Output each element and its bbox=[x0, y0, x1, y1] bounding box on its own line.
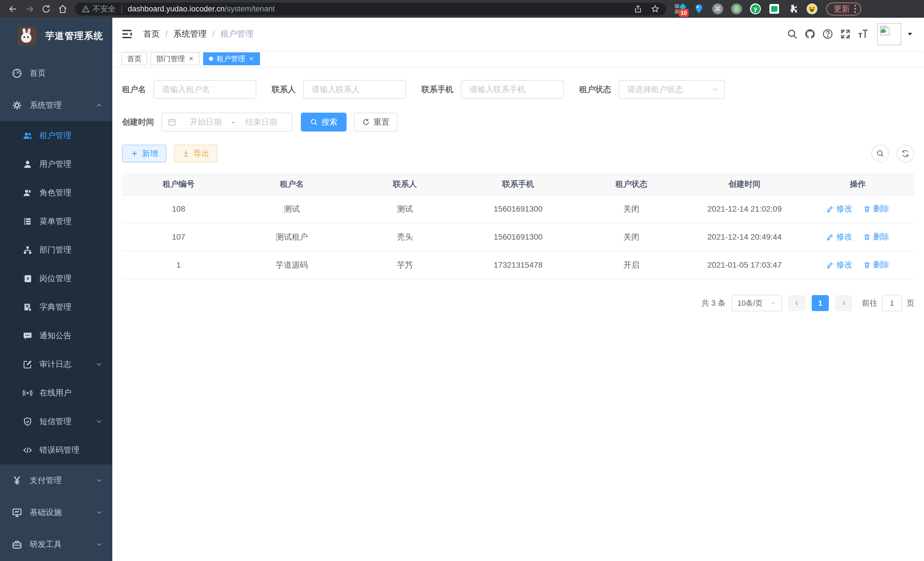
sidebar-item-dict[interactable]: 字典管理 bbox=[0, 293, 112, 321]
sidebar-item-tenant[interactable]: 租户管理 bbox=[0, 121, 112, 150]
extension-record-icon[interactable] bbox=[731, 3, 742, 15]
browser-forward-button[interactable] bbox=[21, 2, 38, 16]
reset-button[interactable]: 重置 bbox=[354, 113, 398, 132]
sidebar-item-menu-mgmt[interactable]: 菜单管理 bbox=[0, 207, 112, 236]
close-icon[interactable] bbox=[188, 56, 194, 62]
prev-page-button[interactable] bbox=[788, 295, 806, 311]
trash-icon bbox=[863, 233, 871, 241]
browser-update-button[interactable]: 更新 bbox=[826, 3, 861, 15]
address-bar[interactable]: 不安全 dashboard.yudao.iocoder.cn/system/te… bbox=[75, 3, 666, 15]
edit-button[interactable]: 修改 bbox=[826, 259, 852, 270]
share-icon[interactable] bbox=[634, 5, 642, 13]
tab-home[interactable]: 首页 bbox=[122, 52, 147, 65]
not-secure-icon[interactable] bbox=[82, 5, 90, 13]
profile-avatar-icon[interactable] bbox=[806, 3, 818, 15]
sidebar-item-dept[interactable]: 部门管理 bbox=[0, 236, 112, 264]
pencil-icon bbox=[826, 233, 834, 241]
breadcrumb-system[interactable]: 系统管理 bbox=[173, 28, 207, 40]
font-size-icon[interactable] bbox=[854, 25, 872, 43]
goto-page-input[interactable] bbox=[882, 295, 902, 311]
export-button[interactable]: 导出 bbox=[174, 145, 218, 162]
refresh-table-button[interactable] bbox=[897, 145, 914, 162]
search-button[interactable]: 搜索 bbox=[301, 113, 346, 132]
sidebar-item-errcode[interactable]: 错误码管理 bbox=[0, 436, 112, 464]
sidebar-item-notice[interactable]: 通知公告 bbox=[0, 321, 112, 350]
sidebar-item-user[interactable]: 用户管理 bbox=[0, 150, 112, 178]
edit-button[interactable]: 修改 bbox=[826, 203, 852, 214]
sidebar-item-post[interactable]: 岗位管理 bbox=[0, 264, 112, 293]
sidebar-item-role[interactable]: 角色管理 bbox=[0, 178, 112, 207]
create-time-range-picker[interactable]: 开始日期 - 结束日期 bbox=[161, 113, 292, 132]
chevron-down-icon bbox=[95, 508, 103, 516]
goto-label: 前往 bbox=[862, 298, 878, 308]
chevron-down-icon bbox=[95, 476, 103, 484]
breadcrumb-home[interactable]: 首页 bbox=[143, 28, 160, 40]
help-icon[interactable] bbox=[819, 25, 837, 43]
sidebar-item-home[interactable]: 首页 bbox=[0, 57, 112, 89]
url-path: /system/tenant bbox=[225, 5, 275, 14]
col-phone: 联系手机 bbox=[461, 173, 574, 195]
refresh-icon bbox=[901, 149, 910, 158]
tab-tenant[interactable]: 租户管理 bbox=[203, 52, 260, 65]
avatar[interactable] bbox=[877, 23, 901, 45]
org-tree-icon bbox=[22, 245, 33, 255]
extension-grid-icon[interactable]: 10 bbox=[674, 3, 686, 15]
page-size-select[interactable]: 10条/页 bbox=[732, 295, 782, 311]
chevron-down-icon bbox=[95, 360, 103, 368]
sidebar-item-infra[interactable]: 基础设施 bbox=[0, 496, 112, 528]
bookmark-star-icon[interactable] bbox=[651, 5, 659, 13]
tab-dept[interactable]: 部门管理 bbox=[151, 52, 200, 65]
user-menu-caret-icon[interactable] bbox=[906, 30, 914, 38]
browser-back-button[interactable] bbox=[4, 2, 21, 16]
sidebar-item-sms[interactable]: 短信管理 bbox=[0, 407, 112, 436]
active-dot bbox=[209, 57, 213, 61]
browser-home-button[interactable] bbox=[54, 2, 71, 16]
col-status: 租户状态 bbox=[575, 173, 688, 195]
chevron-down-icon bbox=[95, 540, 103, 548]
sidebar-item-devtools[interactable]: 研发工具 bbox=[0, 528, 112, 560]
sidebar-collapse-button[interactable] bbox=[121, 28, 133, 40]
breadcrumb-current: 租户管理 bbox=[220, 28, 254, 40]
contact-input[interactable] bbox=[303, 80, 406, 99]
app-logo[interactable]: 芋道管理系统 bbox=[0, 18, 112, 54]
extensions-puzzle-icon[interactable] bbox=[788, 3, 799, 15]
add-button[interactable]: 新增 bbox=[122, 145, 166, 162]
total-count: 共 3 条 bbox=[701, 298, 725, 308]
phone-input[interactable] bbox=[461, 80, 564, 99]
date-start-placeholder[interactable]: 开始日期 bbox=[181, 117, 230, 128]
browser-menu-icon[interactable] bbox=[854, 5, 856, 13]
next-page-button[interactable] bbox=[835, 295, 852, 311]
toggle-search-button[interactable] bbox=[872, 145, 889, 162]
status-badge: 开启 bbox=[575, 251, 688, 279]
delete-button[interactable]: 删除 bbox=[863, 259, 889, 270]
broken-image-icon bbox=[879, 25, 891, 37]
sidebar-item-audit-log[interactable]: 审计日志 bbox=[0, 350, 112, 379]
extension-chat-icon[interactable] bbox=[769, 3, 780, 15]
tenant-name-input[interactable] bbox=[153, 80, 256, 99]
search-icon[interactable] bbox=[783, 25, 801, 43]
fullscreen-icon[interactable] bbox=[837, 25, 854, 43]
pencil-icon bbox=[826, 261, 834, 269]
delete-button[interactable]: 删除 bbox=[863, 203, 889, 214]
github-icon[interactable] bbox=[801, 25, 819, 43]
extension-kite-icon[interactable] bbox=[693, 3, 705, 15]
tenant-name-label: 租户名 bbox=[122, 84, 146, 95]
date-end-placeholder[interactable]: 结束日期 bbox=[237, 117, 286, 128]
browser-reload-button[interactable] bbox=[38, 2, 54, 16]
phone-label: 联系手机 bbox=[422, 84, 453, 95]
delete-button[interactable]: 删除 bbox=[863, 231, 889, 242]
sidebar-item-system[interactable]: 系统管理 bbox=[0, 89, 112, 121]
sidebar: 芋道管理系统 首页 系统管理 bbox=[0, 18, 112, 561]
close-icon[interactable] bbox=[249, 56, 254, 62]
status-select[interactable] bbox=[619, 80, 725, 99]
chevron-down-icon bbox=[770, 300, 776, 307]
sidebar-item-online-users[interactable]: 在线用户 bbox=[0, 379, 112, 407]
page-number-button[interactable]: 1 bbox=[812, 295, 829, 311]
extension-y-icon[interactable]: y bbox=[750, 3, 761, 15]
edit-button[interactable]: 修改 bbox=[826, 231, 852, 242]
pencil-icon bbox=[826, 205, 834, 213]
tenant-table: 租户编号 租户名 联系人 联系手机 租户状态 创建时间 操作 108 测试 测试 bbox=[122, 173, 914, 279]
extension-command-icon[interactable]: ⌘ bbox=[712, 3, 723, 15]
sidebar-item-pay[interactable]: 支付管理 bbox=[0, 464, 112, 496]
col-tenant-name: 租户名 bbox=[235, 173, 348, 195]
